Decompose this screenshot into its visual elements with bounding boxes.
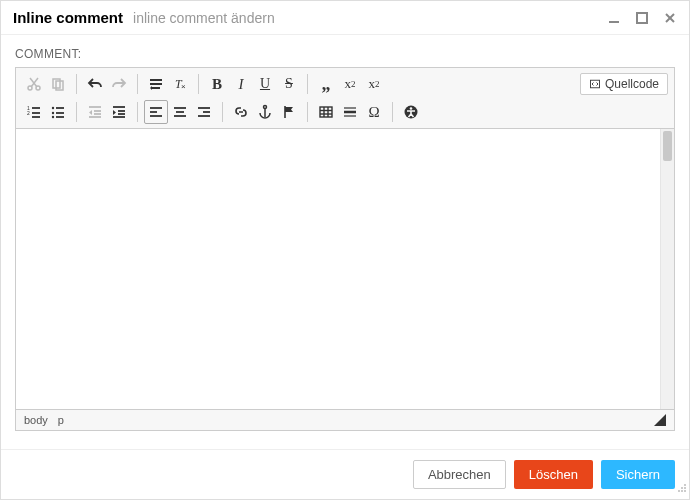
format-button[interactable] <box>144 72 168 96</box>
svg-text:2: 2 <box>27 110 30 116</box>
svg-marker-32 <box>89 110 92 115</box>
svg-text:×: × <box>181 82 186 91</box>
window-buttons <box>607 11 677 25</box>
svg-point-66 <box>684 490 686 492</box>
save-button[interactable]: Sichern <box>601 460 675 489</box>
close-button[interactable] <box>663 11 677 25</box>
modal-title: Inline comment <box>13 9 123 26</box>
svg-point-47 <box>264 106 267 109</box>
comment-label: COMMENT: <box>15 47 675 61</box>
svg-point-59 <box>410 107 413 110</box>
bullet-list-button[interactable] <box>46 100 70 124</box>
indent-button[interactable] <box>107 100 131 124</box>
modal-header: Inline comment inline comment ändern <box>1 1 689 35</box>
superscript-button[interactable]: x2 <box>362 72 386 96</box>
rich-text-editor: T× B I U S „ x2 x2 <box>15 67 675 431</box>
resize-grip-icon[interactable] <box>654 414 666 426</box>
align-right-button[interactable] <box>192 100 216 124</box>
align-center-button[interactable] <box>168 100 192 124</box>
modal-body: COMMENT: <box>1 35 689 449</box>
bold-button[interactable]: B <box>205 72 229 96</box>
flag-button[interactable] <box>277 100 301 124</box>
svg-rect-1 <box>637 13 647 23</box>
path-p[interactable]: p <box>58 414 64 426</box>
svg-marker-60 <box>654 414 666 426</box>
code-icon <box>589 78 601 90</box>
anchor-button[interactable] <box>253 100 277 124</box>
blockquote-button[interactable]: „ <box>314 72 338 96</box>
undo-button[interactable] <box>83 72 107 96</box>
subscript-button[interactable]: x2 <box>338 72 362 96</box>
path-body[interactable]: body <box>24 414 48 426</box>
modal-subtitle: inline comment ändern <box>133 10 275 26</box>
source-code-button[interactable]: Quellcode <box>580 73 668 95</box>
svg-marker-37 <box>113 110 116 115</box>
cut-icon <box>22 72 46 96</box>
copy-icon <box>46 72 70 96</box>
svg-point-65 <box>681 490 683 492</box>
svg-point-64 <box>678 490 680 492</box>
horizontal-rule-button[interactable] <box>338 100 362 124</box>
strike-button[interactable]: S <box>277 72 301 96</box>
editor-content-area[interactable] <box>16 129 674 409</box>
outdent-button <box>83 100 107 124</box>
numbered-list-button[interactable]: 12 <box>22 100 46 124</box>
svg-rect-50 <box>320 107 332 117</box>
editor-scrollbar[interactable] <box>660 129 674 409</box>
scrollbar-thumb[interactable] <box>663 131 672 161</box>
delete-button[interactable]: Löschen <box>514 460 593 489</box>
svg-point-63 <box>684 487 686 489</box>
remove-format-button[interactable]: T× <box>168 72 192 96</box>
cancel-button[interactable]: Abbrechen <box>413 460 506 489</box>
minimize-button[interactable] <box>607 11 621 25</box>
accessibility-button[interactable] <box>399 100 423 124</box>
align-left-button[interactable] <box>144 100 168 124</box>
svg-point-24 <box>52 116 54 118</box>
source-code-label: Quellcode <box>605 77 659 91</box>
editor-element-path: body p <box>16 409 674 430</box>
maximize-button[interactable] <box>635 11 649 25</box>
comment-modal: Inline comment inline comment ändern COM… <box>0 0 690 500</box>
subscript-2: 2 <box>351 79 356 89</box>
link-button[interactable] <box>229 100 253 124</box>
underline-button[interactable]: U <box>253 72 277 96</box>
svg-point-62 <box>681 487 683 489</box>
italic-button[interactable]: I <box>229 72 253 96</box>
superscript-2: 2 <box>375 79 380 89</box>
modal-footer: Abbrechen Löschen Sichern <box>1 449 689 499</box>
redo-button <box>107 72 131 96</box>
svg-point-23 <box>52 112 54 114</box>
svg-marker-13 <box>150 86 152 90</box>
modal-resize-grip-icon[interactable] <box>677 479 687 497</box>
editor-toolbar: T× B I U S „ x2 x2 <box>16 68 674 129</box>
special-char-button[interactable]: Ω <box>362 100 386 124</box>
table-button[interactable] <box>314 100 338 124</box>
svg-point-22 <box>52 107 54 109</box>
svg-point-61 <box>684 484 686 486</box>
